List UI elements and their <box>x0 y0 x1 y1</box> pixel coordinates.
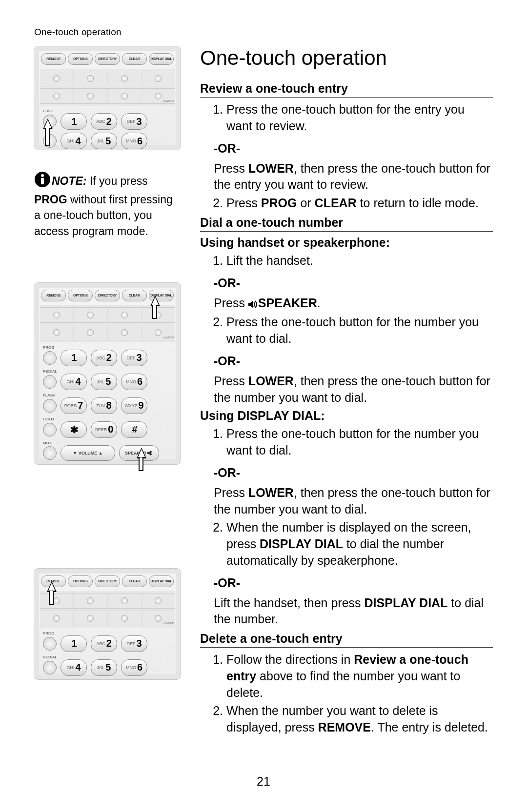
dial-s2-or2: Lift the handset, then press DISPLAY DIA… <box>214 595 493 628</box>
redial-button <box>43 661 57 674</box>
svg-point-1 <box>41 174 44 177</box>
flash-label: FLASH <box>40 393 60 397</box>
key-3: DEF3 <box>121 350 147 366</box>
func-displaydial: DISPLAY DIAL <box>149 575 174 587</box>
review-step-2: Press PROG or CLEAR to return to idle mo… <box>226 195 493 212</box>
key-3: DEF3 <box>121 635 147 652</box>
section-review-head: Review a one-touch entry <box>200 81 493 98</box>
dial-s2-or1: Press LOWER, then press the one-touch bu… <box>214 485 493 518</box>
page-title: One-touch operation <box>200 46 493 70</box>
redial-button <box>43 375 57 389</box>
svg-marker-3 <box>147 451 151 456</box>
key-5: JKL5 <box>91 659 117 676</box>
key-6: MNO6 <box>121 659 147 676</box>
key-2: ABC2 <box>91 113 117 130</box>
keypad-illustration-2: REMOVE OPTIONS DIRECTORY CLEAR DISPLAY D… <box>34 283 181 464</box>
section-delete-head: Delete a one-touch entry <box>200 632 493 648</box>
dial-s1-or1: Press SPEAKER. <box>214 295 493 313</box>
review-step-1: Press the one-touch button for the entry… <box>226 101 493 135</box>
keypad-illustration-1: REMOVE OPTIONS DIRECTORY CLEAR DISPLAY D… <box>34 46 181 150</box>
or-label: -OR- <box>214 466 493 480</box>
or-label: -OR- <box>214 276 493 290</box>
key-7: PQRS7 <box>61 397 87 414</box>
keypad-illustration-3: REMOVE OPTIONS DIRECTORY CLEAR DISPLAY D… <box>34 569 181 679</box>
prog-button <box>43 637 57 651</box>
redial-label: REDIAL <box>40 369 60 374</box>
page-number: 21 <box>0 774 527 789</box>
mute-button <box>43 446 57 460</box>
flash-button <box>43 399 57 413</box>
func-remove: REMOVE <box>41 53 66 65</box>
func-displaydial: DISPLAY DIAL <box>149 53 174 65</box>
right-column: One-touch operation Review a one-touch e… <box>200 46 493 738</box>
prog-label: PROG <box>40 345 60 350</box>
key-1: 1 <box>61 635 87 652</box>
key-4: GHI4 <box>61 374 87 390</box>
key-4: GHI4 <box>61 659 87 676</box>
or-label: -OR- <box>214 141 493 156</box>
func-options: OPTIONS <box>68 53 93 65</box>
key-2: ABC2 <box>91 635 117 652</box>
info-icon <box>34 171 51 192</box>
hold-label: HOLD <box>40 417 60 421</box>
key-6: MNO6 <box>121 374 147 390</box>
dial-s1-step2: Press the one-touch button for the numbe… <box>226 314 493 347</box>
key-9: WXYZ9 <box>121 397 147 414</box>
dial-sub1: Using handset or speakerphone: <box>200 236 493 250</box>
key-6: MNO6 <box>121 133 147 149</box>
key-1: 1 <box>61 350 87 366</box>
delete-step-1: Follow the directions in Review a one-to… <box>226 652 493 701</box>
key-2: ABC2 <box>91 350 117 366</box>
key-1: 1 <box>61 113 87 130</box>
lower-label: LOWER <box>163 336 174 339</box>
lower-label: LOWER <box>163 99 174 102</box>
func-remove: REMOVE <box>41 290 66 301</box>
mute-label: MUTE <box>40 441 60 445</box>
redial-label: REDIAL <box>40 655 60 659</box>
prog-label: PROG <box>40 631 60 635</box>
running-head: One-touch operation <box>34 27 493 38</box>
or-label: -OR- <box>214 354 493 368</box>
key-3: DEF3 <box>121 113 147 130</box>
dial-s2-step1: Press the one-touch button for the numbe… <box>226 426 493 459</box>
speaker-icon <box>248 296 258 313</box>
key-4: GHI4 <box>61 133 87 149</box>
key-5: JKL5 <box>91 133 117 149</box>
func-directory: DIRECTORY <box>95 290 120 301</box>
svg-rect-2 <box>41 178 44 184</box>
func-directory: DIRECTORY <box>95 53 120 65</box>
func-clear: CLEAR <box>122 290 147 301</box>
or-label: -OR- <box>214 576 493 590</box>
section-dial-head: Dial a one-touch number <box>200 216 493 232</box>
func-directory: DIRECTORY <box>95 575 120 587</box>
dial-s1-or2: Press LOWER, then press the one-touch bu… <box>214 373 493 406</box>
dial-s2-step2: When the number is displayed on the scre… <box>226 519 493 569</box>
func-options: OPTIONS <box>68 575 93 587</box>
delete-step-2: When the number you want to delete is di… <box>226 703 493 736</box>
hold-button <box>43 423 57 436</box>
note-block: NOTE: If you press PROG without first pr… <box>34 171 181 239</box>
dial-sub2: Using DISPLAY DIAL: <box>200 409 493 423</box>
volume-key: ▼ VOLUME ▲ <box>61 445 115 461</box>
svg-marker-4 <box>248 301 253 308</box>
func-clear: CLEAR <box>122 53 147 65</box>
func-options: OPTIONS <box>68 290 93 301</box>
key-5: JKL5 <box>91 374 117 390</box>
key-0: OPER0 <box>91 421 117 438</box>
prog-button <box>43 351 57 365</box>
key-hash: # <box>121 421 147 438</box>
lower-label: LOWER <box>163 622 174 625</box>
key-8: TUV8 <box>91 397 117 414</box>
dial-s1-step1: Lift the handset. <box>226 253 493 269</box>
func-clear: CLEAR <box>122 575 147 587</box>
left-column: REMOVE OPTIONS DIRECTORY CLEAR DISPLAY D… <box>34 46 181 738</box>
prog-label: PROG <box>40 109 60 113</box>
key-star: ✱ <box>61 421 87 438</box>
review-or-text: Press LOWER, then press the one-touch bu… <box>214 160 493 194</box>
